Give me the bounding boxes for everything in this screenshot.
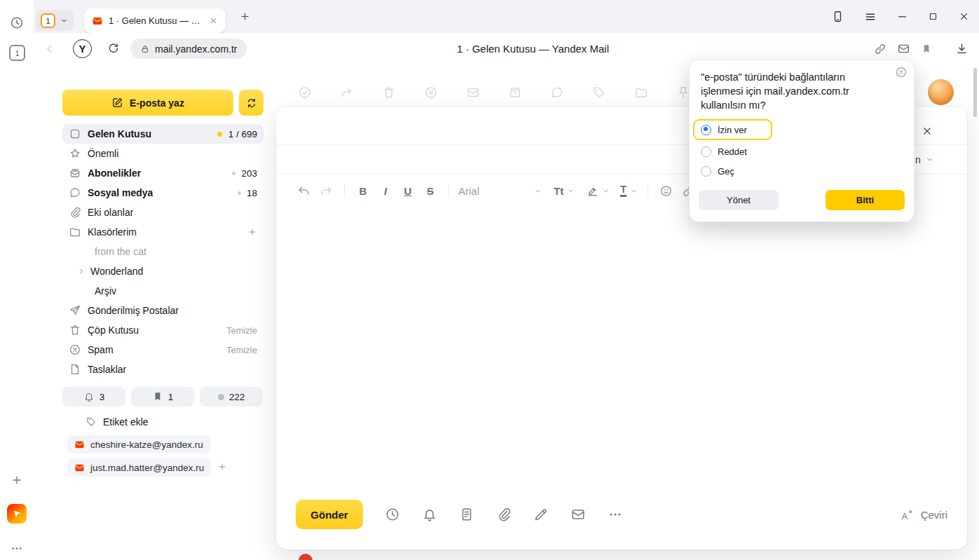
browser-tab-active[interactable]: 1 · Gelen Kutusu — Yand...: [84, 8, 226, 33]
radio-option-skip[interactable]: Geç: [693, 161, 903, 181]
close-compose-icon[interactable]: [921, 125, 933, 137]
schedule-clock-icon[interactable]: [385, 507, 400, 522]
downloads-icon[interactable]: [955, 42, 968, 55]
address-bar[interactable]: mail.yandex.com.tr: [130, 39, 247, 59]
sidebar-item-sent[interactable]: Gönderilmiş Postalar: [62, 301, 263, 320]
expand-fields-toggle[interactable]: n: [915, 145, 934, 174]
radio-icon[interactable]: [701, 166, 711, 177]
recipient-input[interactable]: [297, 123, 687, 135]
unread-dot: [232, 172, 235, 175]
translate-button[interactable]: Çeviri: [901, 507, 947, 521]
bookmark-flag-icon[interactable]: [921, 43, 932, 55]
sidebar-item-important[interactable]: Önemli: [62, 144, 263, 163]
add-folder-icon[interactable]: [247, 227, 257, 237]
font-family-dropdown[interactable]: Arial: [458, 185, 542, 197]
folder-label: Çöp Kutusu: [88, 325, 139, 336]
sidebar-item-inbox[interactable]: Gelen Kutusu 1 / 699: [62, 124, 263, 144]
unread-pill[interactable]: 222: [200, 387, 263, 407]
folder-count: 203: [241, 168, 257, 179]
sidebar-item-my-folders[interactable]: Klasörlerim: [62, 222, 263, 242]
send-to-device-icon[interactable]: [831, 10, 844, 23]
radio-option-allow[interactable]: İzin ver: [693, 119, 772, 140]
share-link-icon[interactable]: [874, 43, 886, 55]
sidebar-item-drafts[interactable]: Taslaklar: [62, 360, 263, 379]
minimize-button[interactable]: [896, 11, 908, 22]
browser-menu-button[interactable]: [864, 11, 877, 23]
mail-shortcut-icon[interactable]: [897, 42, 910, 55]
template-note-icon[interactable]: [459, 507, 474, 522]
reminder-bell-icon[interactable]: [422, 507, 437, 522]
forward-arrow-icon: [340, 86, 354, 100]
trash-icon: [382, 86, 396, 100]
more-options-icon[interactable]: [608, 507, 623, 522]
add-label-button[interactable]: Etiket ekle: [85, 412, 149, 432]
sidebar-item-spam[interactable]: Spam Temizle: [62, 340, 263, 360]
user-avatar[interactable]: [928, 79, 954, 105]
emoji-button[interactable]: [657, 182, 676, 200]
page-scrollbar[interactable]: [973, 68, 977, 117]
highlight-color-dropdown[interactable]: [587, 185, 610, 197]
text-color-dropdown[interactable]: T: [620, 184, 638, 197]
sidebar-item-trash[interactable]: Çöp Kutusu Temizle: [62, 320, 263, 340]
history-clock-icon[interactable]: [10, 15, 25, 30]
popup-options: İzin ver Reddet Geç: [693, 119, 903, 181]
done-button[interactable]: Bitti: [826, 190, 905, 210]
new-tab-button[interactable]: [239, 11, 251, 22]
sidebar-item-archive[interactable]: Arşiv: [62, 281, 263, 301]
account-item[interactable]: just.mad.hatter@yandex.ru: [67, 458, 211, 477]
folder-label: Gelen Kutusu: [88, 128, 151, 139]
pill-count: 1: [168, 392, 174, 402]
back-button[interactable]: [43, 43, 56, 55]
sidebar-item-wonderland[interactable]: Wonderland: [62, 261, 263, 281]
pill-count: 222: [229, 392, 245, 402]
sidebar-item-social[interactable]: Sosyal medya 18: [62, 183, 263, 203]
translate-label: Çeviri: [921, 509, 947, 521]
undo-button[interactable]: [294, 182, 313, 200]
reload-button[interactable]: [107, 42, 120, 55]
send-button[interactable]: Gönder: [296, 500, 363, 529]
text-color-glyph: T: [620, 184, 627, 197]
attach-paperclip-icon[interactable]: [496, 507, 512, 522]
yandex-browser-logo[interactable]: [7, 504, 27, 524]
background-avatar-dot: [299, 554, 313, 560]
bold-button[interactable]: B: [354, 182, 372, 200]
redo-button[interactable]: [317, 182, 335, 200]
font-size-dropdown[interactable]: Tt: [554, 185, 575, 197]
add-panel-button[interactable]: [11, 474, 23, 486]
subject-input[interactable]: [297, 153, 687, 165]
message-body[interactable]: [276, 207, 967, 489]
sidebar-item-with-attachments[interactable]: Eki olanlar: [62, 203, 263, 222]
envelope-icon[interactable]: [570, 507, 586, 522]
pill-count: 3: [100, 392, 105, 402]
flagged-pill[interactable]: 1: [131, 387, 194, 407]
maximize-button[interactable]: [928, 11, 938, 22]
sidebar-item-subscriptions[interactable]: Abonelikler 203: [62, 163, 263, 183]
italic-button[interactable]: I: [376, 182, 395, 200]
sidebar-item-from-the-cat[interactable]: from the cat: [62, 242, 263, 261]
chevron-right-icon[interactable]: [76, 266, 86, 276]
lock-icon: [140, 44, 150, 54]
account-item[interactable]: cheshire-katze@yandex.ru: [67, 435, 210, 453]
strikethrough-button[interactable]: S: [421, 182, 439, 200]
tab-close-icon[interactable]: [209, 16, 218, 25]
radio-option-deny[interactable]: Reddet: [693, 142, 903, 161]
reminders-pill[interactable]: 3: [62, 387, 125, 407]
folder-label: Wonderland: [90, 266, 143, 277]
close-window-button[interactable]: [958, 11, 970, 22]
manage-button[interactable]: Yönet: [699, 190, 779, 210]
signature-pen-icon[interactable]: [533, 507, 549, 522]
add-account-button[interactable]: [217, 462, 227, 472]
underline-button[interactable]: U: [399, 182, 417, 200]
clear-folder-link[interactable]: Temizle: [226, 345, 257, 355]
folder-label: Önemli: [88, 148, 118, 159]
radio-selected-icon[interactable]: [701, 125, 711, 135]
radio-icon[interactable]: [701, 146, 711, 157]
compose-button[interactable]: E-posta yaz: [62, 90, 233, 116]
clear-folder-link[interactable]: Temizle: [226, 325, 257, 336]
tab-group-button[interactable]: 1: [36, 11, 74, 31]
yandex-services-button[interactable]: Y: [73, 39, 92, 58]
popup-close-icon[interactable]: [895, 66, 908, 78]
tab-counter-badge[interactable]: 1: [9, 45, 25, 61]
refresh-mail-button[interactable]: [239, 90, 263, 116]
rail-more-button[interactable]: [11, 542, 24, 555]
